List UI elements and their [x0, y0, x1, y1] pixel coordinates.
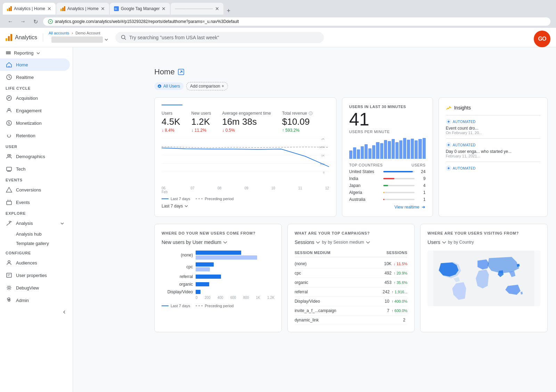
- svg-text:?: ?: [310, 112, 311, 115]
- refresh-button[interactable]: ↻: [31, 17, 40, 26]
- tabs-bar: Analytics | Home ✕ Analytics | Home ✕ G …: [3, 3, 553, 15]
- tab-2[interactable]: Analytics | Home ✕: [56, 3, 109, 15]
- svg-text:0: 0: [323, 171, 325, 174]
- sidebar-item-analysis[interactable]: Analysis: [0, 217, 70, 229]
- account-selector[interactable]: ████████: [49, 35, 111, 44]
- tab-3[interactable]: G Google Tag Manager ✕: [110, 3, 170, 15]
- forward-button[interactable]: →: [18, 17, 28, 26]
- comparison-bar: A All Users Add comparison +: [154, 82, 548, 90]
- sidebar-item-events[interactable]: Events: [0, 196, 70, 209]
- sidebar-item-monetization[interactable]: $ Monetization: [0, 117, 70, 129]
- campaigns-section-title: WHAT ARE YOUR TOP CAMPAIGNS?: [295, 231, 408, 235]
- country-count-us: 24: [417, 169, 426, 174]
- all-users-chip[interactable]: A All Users: [154, 82, 183, 90]
- svg-point-28: [8, 287, 10, 289]
- sidebar-item-audiences[interactable]: Audiences: [0, 256, 70, 269]
- page-title-link-icon[interactable]: [178, 68, 185, 75]
- add-comparison-icon: +: [222, 84, 224, 89]
- analytics-favicon-2: [60, 6, 65, 11]
- tab-4[interactable]: ────────────── ✕: [171, 3, 223, 15]
- address-bar[interactable]: analytics.google.com/analytics/web/#/p15…: [43, 17, 550, 26]
- h-bar-container-referral: [196, 275, 275, 279]
- new-tab-button[interactable]: +: [224, 7, 234, 15]
- country-count-japan: 4: [417, 183, 426, 188]
- sidebar-item-engagement[interactable]: Engagement: [0, 104, 70, 117]
- tab-4-close[interactable]: ✕: [215, 6, 219, 11]
- go-logo-circle: GO: [534, 31, 550, 47]
- tab-2-close[interactable]: ✕: [101, 6, 105, 11]
- demographics-label: Demographics: [16, 154, 45, 159]
- reporting-label: Reporting: [14, 50, 33, 56]
- x-label-08: 08: [218, 186, 221, 194]
- all-users-label: All Users: [163, 84, 180, 89]
- collapse-icon: [62, 309, 67, 315]
- country-name-algeria: Algeria: [349, 190, 381, 195]
- realtime-label: Realtime: [16, 75, 34, 80]
- mini-bar-4: [361, 146, 364, 159]
- col-sessions-header: SESSIONS: [386, 251, 407, 255]
- sidebar-sub-item-analysis-hub[interactable]: Analysis hub: [0, 229, 70, 239]
- svg-point-9: [122, 35, 125, 39]
- table-row-none: (none) 10K ↓ 11.5%: [295, 259, 408, 269]
- monetization-icon: $: [6, 120, 13, 126]
- table-row-invite: invite_a_f_...campaign 7 ↑ 600.0%: [295, 306, 408, 316]
- sidebar-item-conversions[interactable]: Conversions: [0, 183, 70, 196]
- sidebar-item-debugview[interactable]: DebugView: [0, 281, 70, 294]
- sidebar-sub-item-template-gallery[interactable]: Template gallery: [0, 239, 70, 248]
- mini-bar-16: [407, 140, 410, 159]
- breadcrumb-all-accounts[interactable]: All accounts: [49, 31, 69, 35]
- mini-bar-19: [418, 139, 422, 159]
- add-comparison-button[interactable]: Add comparison +: [186, 82, 228, 90]
- revenue-info-icon[interactable]: ?: [309, 111, 313, 115]
- tab-1-close[interactable]: ✕: [47, 6, 51, 11]
- insight-badge-1: AUTOMATED: [446, 119, 540, 124]
- svg-rect-2: [10, 6, 12, 11]
- tab-2-title: Analytics | Home: [67, 6, 99, 11]
- svg-rect-12: [6, 52, 11, 53]
- sidebar-collapse-button[interactable]: [0, 307, 73, 318]
- h-bar-chart: (none) cpc referral: [162, 251, 275, 294]
- sidebar-item-admin[interactable]: Admin: [0, 294, 70, 307]
- sidebar-item-tech[interactable]: Tech: [0, 163, 70, 175]
- reporting-chevron-icon: [36, 51, 40, 55]
- back-button[interactable]: ←: [6, 17, 15, 26]
- insight-text-2: Day 0 user enga... who started ye...: [446, 149, 540, 154]
- tab-3-close[interactable]: ✕: [162, 6, 166, 11]
- country-bar-japan: [383, 185, 388, 186]
- chart-legend: Last 7 days Preceding period: [162, 197, 329, 201]
- x-label-600: 600: [230, 296, 236, 300]
- sidebar-reporting-toggle[interactable]: Reporting: [0, 47, 73, 58]
- top-bar: Analytics All accounts › Demo Account ██…: [0, 28, 556, 47]
- sidebar-item-home[interactable]: Home: [0, 58, 70, 71]
- sidebar-item-user-properties[interactable]: User properties: [0, 269, 70, 281]
- new-users-legend: Last 7 days Preceding period: [162, 304, 275, 308]
- reporting-icon: [6, 50, 11, 56]
- geo-chart-title[interactable]: Users by by Country: [427, 239, 474, 245]
- sidebar-item-realtime[interactable]: Realtime: [0, 71, 70, 83]
- insight-badge-2: AUTOMATED: [446, 142, 540, 148]
- insight-badge-label-1: AUTOMATED: [453, 120, 476, 124]
- campaigns-chart-title[interactable]: Sessions by by Session medium: [295, 239, 370, 245]
- mini-bar-20: [423, 138, 426, 159]
- sidebar-item-acquisition[interactable]: Acquisition: [0, 92, 70, 104]
- breadcrumb-sep: ›: [72, 31, 73, 35]
- home-label: Home: [16, 62, 28, 67]
- realtime-title: USERS IN LAST 30 MINUTES: [349, 105, 426, 109]
- insights-card: Insights AUTOMATED Event count dro... On…: [439, 97, 548, 217]
- tab-1[interactable]: Analytics | Home ✕: [3, 3, 56, 15]
- svg-rect-14: [8, 66, 10, 67]
- search-bar[interactable]: Try searching "users from USA last week": [115, 32, 324, 43]
- h-bar-container-organic: [196, 282, 275, 286]
- sidebar-item-retention[interactable]: Retention: [0, 129, 70, 142]
- view-realtime-link[interactable]: View realtime: [349, 205, 426, 210]
- new-users-chart-title[interactable]: New users by User medium: [162, 239, 228, 245]
- users-label: Users: [162, 111, 180, 116]
- acquisition-label: Acquisition: [16, 96, 38, 101]
- view-realtime-label: View realtime: [394, 205, 419, 210]
- svg-point-16: [7, 96, 11, 100]
- retention-icon: [6, 132, 13, 139]
- date-range-button[interactable]: Last 7 days: [162, 204, 188, 209]
- sidebar-item-demographics[interactable]: Demographics: [0, 150, 70, 163]
- h-bar-label-organic: organic: [162, 282, 193, 287]
- chip-dot: A: [158, 84, 161, 88]
